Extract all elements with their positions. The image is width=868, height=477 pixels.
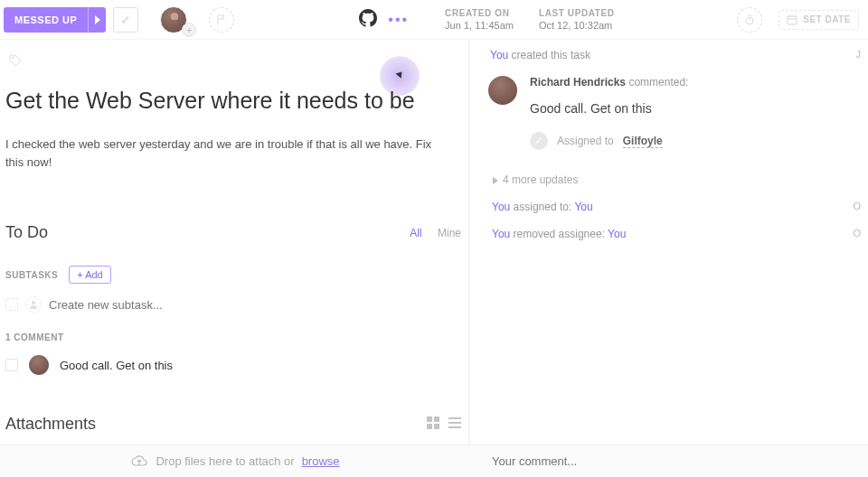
- grid-view-icon[interactable]: [427, 415, 439, 434]
- svg-rect-4: [427, 416, 432, 422]
- attachments-heading: Attachments: [5, 415, 96, 434]
- github-icon[interactable]: [359, 9, 377, 30]
- last-updated-value: Oct 12, 10:32am: [539, 20, 615, 31]
- new-subtask-row[interactable]: [5, 296, 461, 313]
- activity-you-target2: You: [608, 228, 626, 240]
- created-on-value: Jun 1, 11:45am: [445, 20, 514, 31]
- edge-date-letter2: O: [853, 201, 861, 211]
- last-updated-label: LAST UPDATED: [539, 8, 615, 18]
- comment-block: Richard Hendricks commented: Good call. …: [488, 76, 863, 116]
- activity-you3: You: [492, 228, 510, 240]
- activity-created-suffix: created this task: [508, 49, 590, 61]
- attachment-dropzone[interactable]: Drop files here to attach or browse: [0, 445, 470, 477]
- status-arrow-icon[interactable]: [88, 7, 106, 33]
- subtasks-header: SUBTASKS + Add: [5, 266, 461, 284]
- comment-header: Richard Hendricks commented:: [530, 76, 863, 89]
- assigned-to-label: Assigned to: [557, 135, 614, 147]
- todo-tabs: All Mine: [410, 227, 461, 239]
- time-tracker-icon[interactable]: [737, 7, 762, 33]
- status-pill[interactable]: MESSED UP: [4, 7, 106, 33]
- footer: Drop files here to attach or browse: [0, 444, 868, 477]
- task-title[interactable]: Get the Web Server where it needs to be: [5, 88, 461, 114]
- assignee-avatar[interactable]: +: [160, 6, 187, 33]
- set-date-button[interactable]: SET DATE: [778, 10, 859, 30]
- commenter-avatar[interactable]: [29, 355, 49, 375]
- activity-you-target: You: [574, 201, 592, 213]
- comment-row: Good call. Get on this: [5, 355, 461, 375]
- created-on: CREATED ON Jun 1, 11:45am: [445, 8, 514, 31]
- svg-rect-9: [448, 422, 461, 424]
- add-assignee-icon[interactable]: +: [182, 23, 196, 37]
- status-label: MESSED UP: [4, 14, 88, 25]
- svg-rect-6: [427, 424, 432, 429]
- edge-date-letter: J: [856, 49, 862, 60]
- activity-you: You: [490, 49, 508, 61]
- activity-removed: You removed assignee: You O: [492, 228, 863, 240]
- comment-text: Good call. Get on this: [60, 359, 173, 372]
- todo-heading-row: To Do All Mine: [5, 223, 461, 242]
- more-updates[interactable]: 4 more updates: [492, 173, 863, 186]
- svg-rect-7: [434, 424, 439, 429]
- last-updated: LAST UPDATED Oct 12, 10:32am: [539, 8, 615, 31]
- top-icons: [209, 7, 234, 33]
- check-circle-icon: ✓: [530, 132, 548, 150]
- priority-placeholder-icon[interactable]: [209, 7, 234, 33]
- comment-input[interactable]: [492, 454, 868, 468]
- main: Get the Web Server where it needs to be …: [0, 40, 868, 444]
- activity-you2: You: [492, 201, 510, 213]
- svg-rect-8: [448, 417, 461, 419]
- tab-mine[interactable]: Mine: [438, 227, 461, 239]
- complete-checkbox[interactable]: ✓: [113, 7, 138, 33]
- subtask-checkbox-icon[interactable]: [5, 298, 18, 311]
- commenter-name: Richard Hendricks: [530, 76, 626, 89]
- comment-checkbox[interactable]: [5, 359, 18, 371]
- subtask-assignee-icon[interactable]: [25, 296, 42, 313]
- activity-assigned-label: assigned to:: [510, 201, 574, 213]
- browse-link[interactable]: browse: [302, 454, 340, 468]
- tag-icon[interactable]: [9, 54, 461, 70]
- tab-all[interactable]: All: [410, 227, 421, 239]
- assignee-name[interactable]: Gilfoyle: [623, 135, 663, 148]
- attachments-heading-row: Attachments: [5, 415, 461, 434]
- comment-body: Good call. Get on this: [530, 101, 863, 116]
- meta-block: CREATED ON Jun 1, 11:45am LAST UPDATED O…: [445, 8, 615, 31]
- comments-count-label: 1 COMMENT: [5, 332, 461, 342]
- activity-removed-label: removed assignee:: [510, 228, 608, 240]
- right-meta: SET DATE: [737, 7, 859, 33]
- activity-panel: You created this task J Richard Hendrick…: [470, 40, 868, 444]
- commenter-avatar-large[interactable]: [488, 76, 517, 105]
- new-subtask-input[interactable]: [49, 298, 201, 312]
- set-date-label: SET DATE: [803, 14, 851, 24]
- drop-text-prefix: Drop files here to attach or: [156, 454, 294, 468]
- topbar: MESSED UP ✓ + ••• CREATED ON Jun 1, 11:4…: [0, 0, 868, 40]
- more-updates-text: 4 more updates: [503, 173, 578, 186]
- commented-word: commented:: [626, 76, 688, 89]
- svg-point-3: [32, 301, 35, 304]
- todo-heading: To Do: [5, 223, 48, 242]
- left-panel: Get the Web Server where it needs to be …: [0, 40, 470, 444]
- created-on-label: CREATED ON: [445, 8, 514, 18]
- task-description[interactable]: I checked the web server yesterday and w…: [5, 136, 439, 171]
- svg-rect-10: [448, 426, 461, 428]
- more-menu-icon[interactable]: •••: [388, 12, 409, 28]
- svg-rect-1: [788, 16, 797, 24]
- svg-rect-5: [434, 416, 439, 422]
- subtasks-label: SUBTASKS: [5, 270, 58, 280]
- comment-input-wrap[interactable]: [470, 445, 868, 477]
- edge-date-letter3: O: [853, 228, 861, 238]
- add-subtask-button[interactable]: + Add: [69, 266, 110, 284]
- activity-created: You created this task J: [490, 49, 863, 61]
- assigned-row: ✓ Assigned to Gilfoyle: [530, 132, 863, 150]
- list-view-icon[interactable]: [448, 415, 461, 434]
- activity-assigned: You assigned to: You O: [492, 201, 863, 213]
- svg-point-2: [12, 57, 14, 59]
- cloud-upload-icon: [130, 454, 148, 469]
